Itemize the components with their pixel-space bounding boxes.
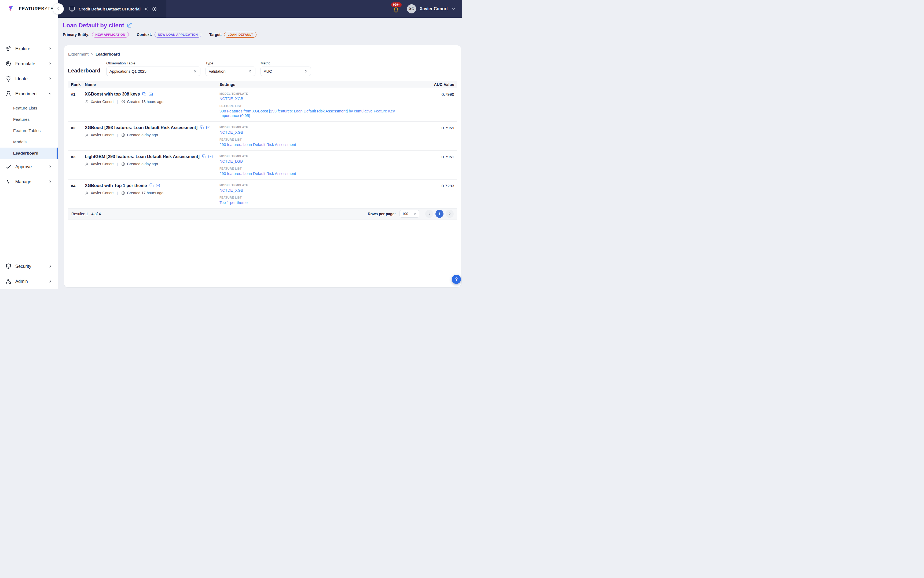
sidebar-item-ideate[interactable]: Ideate (0, 73, 58, 85)
copy-icon[interactable] (142, 92, 147, 97)
logo: FEATUREBYTE (0, 0, 58, 18)
sidebar-bottom-nav: Security Admin (0, 260, 58, 289)
model-template-link[interactable]: NCTDE_XGB (219, 188, 243, 193)
avatar[interactable]: XC (407, 4, 416, 13)
flask-icon (5, 91, 12, 97)
rank-cell: #4 (68, 180, 85, 208)
share-icon[interactable] (144, 7, 149, 11)
target-chip[interactable]: LOAN_DEFAULT (224, 32, 256, 37)
breadcrumb-parent[interactable]: Experiment (68, 52, 89, 56)
model-template-link[interactable]: NCTDE_XGB (219, 97, 243, 101)
id-icon[interactable]: ID (208, 154, 213, 159)
table-row[interactable]: #3 LightGBM [293 features: Loan Default … (68, 151, 457, 180)
sidebar-item-formulate[interactable]: Formulate (0, 57, 58, 70)
experiment-name[interactable]: XGBoost [293 features: Loan Default Risk… (85, 125, 198, 130)
observation-table-input[interactable]: Applications Q1 2025 (106, 67, 200, 76)
rows-per-page-label: Rows per page: (368, 212, 396, 216)
metric-field: Metric AUC (261, 61, 311, 76)
primary-entity-group: Primary Entity: NEW APPLICATION (63, 32, 129, 37)
sidebar-item-feature-tables[interactable]: Feature Tables (0, 125, 58, 136)
filter-row: Leaderboard Observation Table Applicatio… (64, 61, 461, 76)
chevron-down-icon[interactable] (452, 7, 456, 11)
project-title: Credit Default Dataset UI tutorial (79, 7, 141, 11)
model-template-label: MODEL TEMPLATE (219, 154, 406, 158)
primary-entity-chip[interactable]: NEW APPLICATION (92, 32, 129, 37)
experiment-name[interactable]: XGBoost with top 308 keys (85, 91, 140, 97)
observation-table-value: Applications Q1 2025 (109, 69, 193, 73)
feature-list-link[interactable]: Top 1 per theme (219, 200, 248, 205)
sidebar-item-approve[interactable]: Approve (0, 161, 58, 173)
sidebar-item-admin[interactable]: Admin (0, 275, 58, 287)
sidebar-item-label: Explore (15, 46, 48, 51)
gear-icon[interactable] (152, 7, 157, 11)
sidebar-item-feature-lists[interactable]: Feature Lists (0, 102, 58, 114)
copy-icon[interactable] (149, 183, 154, 188)
copy-icon[interactable] (202, 154, 207, 159)
context-chip[interactable]: NEW LOAN APPLICATION (154, 32, 201, 37)
feature-list-link[interactable]: 308 Features from XGBoost [293 features:… (219, 109, 406, 118)
page-head: Loan Default by client (63, 22, 132, 29)
feature-list-label: FEATURE LIST (219, 196, 406, 199)
owner-name: Xavier Conort (91, 191, 114, 195)
experiment-name[interactable]: XGBoost with Top 1 per theme (85, 183, 147, 188)
notifications-button[interactable]: 999+ (393, 5, 400, 12)
table-row[interactable]: #4 XGBoost with Top 1 per theme ID (68, 180, 457, 208)
topbar-user-area: 999+ XC Xavier Conort (393, 0, 456, 18)
type-select[interactable]: Validation (206, 67, 255, 76)
metric-value: AUC (264, 69, 304, 73)
owner-name: Xavier Conort (91, 133, 114, 137)
name-cell: XGBoost [293 features: Loan Default Risk… (85, 122, 219, 150)
person-icon (85, 191, 89, 195)
id-icon[interactable]: ID (148, 92, 153, 97)
clear-icon[interactable] (193, 69, 197, 73)
rank-cell: #3 (68, 151, 85, 179)
next-page-button[interactable] (446, 210, 454, 218)
active-accent-bar (57, 148, 58, 159)
settings-cell: MODEL TEMPLATE NCTDE_XGB FEATURE LIST To… (219, 180, 409, 208)
id-icon[interactable]: ID (206, 125, 211, 130)
feature-list-link[interactable]: 293 features: Loan Default Risk Assessme… (219, 172, 296, 176)
experiment-name[interactable]: LightGBM [293 features: Loan Default Ris… (85, 154, 199, 159)
featurebyte-logo-icon (8, 5, 16, 13)
table-header: Rank Name Settings AUC Value (68, 81, 457, 88)
select-chevrons-icon (304, 69, 308, 73)
rows-per-page-select[interactable]: 100 (399, 210, 419, 218)
created-time: Created 13 hours ago (127, 99, 164, 104)
sidebar-item-models[interactable]: Models (0, 136, 58, 148)
model-template-link[interactable]: NCTDE_LGB (219, 159, 243, 164)
feature-list-link[interactable]: 293 features: Loan Default Risk Assessme… (219, 143, 296, 147)
metric-label: Metric (261, 61, 311, 65)
sidebar-item-features[interactable]: Features (0, 114, 58, 125)
notification-badge: 999+ (391, 2, 402, 7)
svg-text:ID: ID (150, 93, 152, 95)
sidebar-item-label: Security (15, 264, 48, 269)
model-template-link[interactable]: NCTDE_XGB (219, 130, 243, 135)
context-label: Context: (137, 32, 152, 37)
sidebar-item-security[interactable]: Security (0, 260, 58, 272)
sidebar-item-experiment[interactable]: Experiment (0, 88, 58, 100)
previous-page-button[interactable] (425, 210, 433, 218)
clock-icon (121, 133, 125, 137)
observation-table-field: Observation Table Applications Q1 2025 (106, 61, 200, 76)
model-template-label: MODEL TEMPLATE (219, 92, 406, 95)
edit-pencil-icon[interactable] (126, 23, 132, 28)
clock-icon (121, 162, 125, 166)
metric-select[interactable]: AUC (261, 67, 311, 76)
table-footer: Results: 1 - 4 of 4 Rows per page: 100 1 (68, 208, 457, 219)
table-row[interactable]: #2 XGBoost [293 features: Loan Default R… (68, 122, 457, 151)
table-row[interactable]: #1 XGBoost with top 308 keys ID (68, 88, 457, 122)
page-number-button[interactable]: 1 (435, 210, 444, 218)
help-button[interactable]: ? (452, 275, 461, 284)
created-time: Created a day ago (127, 162, 158, 166)
settings-cell: MODEL TEMPLATE NCTDE_XGB FEATURE LIST 29… (219, 122, 409, 150)
separator: | (117, 99, 118, 104)
chevron-right-icon (48, 77, 52, 81)
sidebar-collapse-button[interactable] (53, 3, 64, 15)
copy-icon[interactable] (200, 125, 204, 130)
sidebar-item-explore[interactable]: Explore (0, 42, 58, 55)
sidebar-item-leaderboard[interactable]: Leaderboard (0, 148, 58, 159)
breadcrumb-separator: > (91, 52, 93, 56)
context-group: Context: NEW LOAN APPLICATION (137, 32, 201, 37)
sidebar-item-manage[interactable]: Manage (0, 175, 58, 188)
id-icon[interactable]: ID (156, 183, 160, 188)
